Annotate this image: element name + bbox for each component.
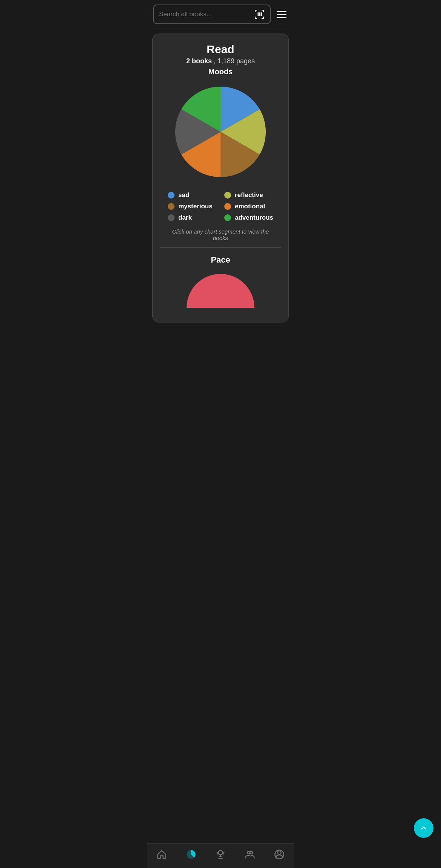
main-card: Read 2 books , 1,189 pages Moods sad bbox=[152, 34, 289, 322]
legend-label-adventurous: adventurous bbox=[235, 214, 273, 222]
hamburger-line-2 bbox=[277, 14, 286, 15]
pie-chart-container bbox=[160, 83, 281, 181]
svg-rect-7 bbox=[263, 17, 264, 19]
hamburger-line-1 bbox=[277, 11, 286, 12]
legend-item-sad[interactable]: sad bbox=[168, 191, 217, 199]
pages-count: 1,189 pages bbox=[217, 57, 255, 65]
legend-item-mysterious[interactable]: mysterious bbox=[168, 203, 217, 210]
legend-label-reflective: reflective bbox=[235, 191, 263, 199]
section-divider bbox=[160, 247, 281, 248]
legend-dot-mysterious bbox=[168, 203, 175, 210]
svg-rect-8 bbox=[257, 12, 257, 16]
svg-rect-9 bbox=[258, 12, 259, 16]
pace-gauge-fill bbox=[187, 274, 254, 308]
moods-title: Moods bbox=[160, 67, 281, 76]
hamburger-button[interactable] bbox=[275, 9, 288, 20]
legend-label-sad: sad bbox=[178, 191, 189, 199]
legend-item-emotional[interactable]: emotional bbox=[224, 203, 273, 210]
pie-chart[interactable] bbox=[172, 83, 270, 181]
legend-item-adventurous[interactable]: adventurous bbox=[224, 214, 273, 222]
svg-rect-3 bbox=[263, 10, 264, 12]
legend-label-mysterious: mysterious bbox=[178, 203, 213, 210]
pages-text: , bbox=[214, 57, 217, 65]
svg-rect-1 bbox=[255, 10, 256, 12]
legend-dot-dark bbox=[168, 214, 175, 221]
legend-dot-reflective bbox=[224, 192, 231, 199]
search-input[interactable] bbox=[159, 11, 251, 18]
header bbox=[147, 0, 294, 29]
search-bar[interactable] bbox=[153, 5, 271, 24]
pace-gauge[interactable] bbox=[183, 270, 258, 312]
hamburger-line-3 bbox=[277, 17, 286, 18]
legend-item-reflective[interactable]: reflective bbox=[224, 191, 273, 199]
header-divider bbox=[153, 29, 288, 29]
legend: sad reflective mysterious emotional dark… bbox=[168, 191, 273, 222]
pace-chart bbox=[160, 270, 281, 312]
pace-title: Pace bbox=[160, 255, 281, 265]
legend-label-emotional: emotional bbox=[235, 203, 265, 210]
svg-rect-10 bbox=[259, 12, 260, 16]
card-subtitle: 2 books , 1,189 pages bbox=[160, 57, 281, 65]
legend-item-dark[interactable]: dark bbox=[168, 214, 217, 222]
legend-dot-sad bbox=[168, 192, 175, 199]
legend-dot-emotional bbox=[224, 203, 231, 210]
legend-label-dark: dark bbox=[178, 214, 192, 222]
chart-hint: Click on any chart segment to view the b… bbox=[160, 228, 281, 241]
barcode-icon[interactable] bbox=[254, 9, 265, 20]
legend-dot-adventurous bbox=[224, 214, 231, 221]
books-count: 2 books bbox=[186, 57, 212, 65]
svg-rect-11 bbox=[261, 12, 262, 16]
svg-rect-5 bbox=[255, 17, 256, 19]
card-title: Read bbox=[160, 43, 281, 56]
